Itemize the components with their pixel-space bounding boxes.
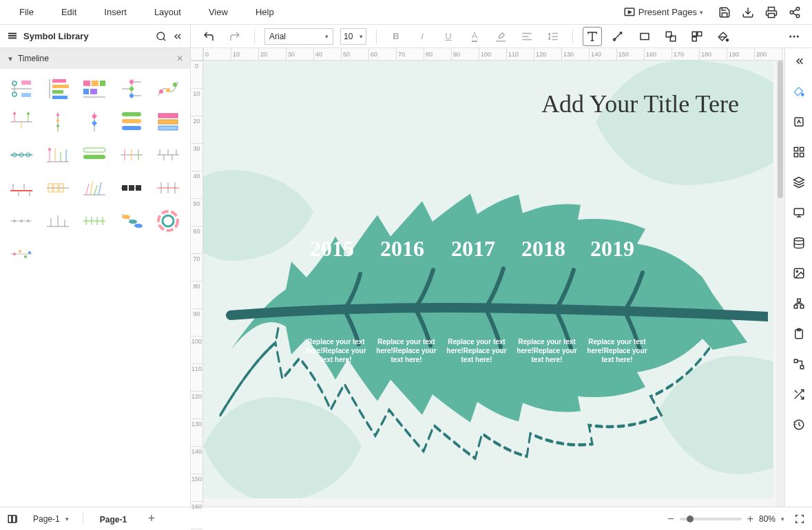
download-button[interactable] — [736, 6, 760, 19]
shape-thumb[interactable] — [116, 173, 147, 202]
vertical-scrollbar[interactable] — [776, 61, 784, 507]
shape-thumb[interactable] — [6, 206, 37, 235]
layers-panel-button[interactable] — [789, 172, 809, 193]
menu-help[interactable]: Help — [242, 1, 288, 23]
menu-layout[interactable]: Layout — [140, 1, 195, 23]
font-color-button[interactable]: A — [465, 27, 484, 46]
fill-panel-button[interactable] — [789, 81, 809, 102]
shape-thumb[interactable] — [42, 107, 74, 136]
menu-file[interactable]: File — [6, 1, 48, 23]
shape-thumb[interactable] — [79, 74, 110, 103]
shape-thumb[interactable] — [79, 107, 110, 136]
year-label[interactable]: 2016 — [380, 236, 424, 262]
year-description[interactable]: Replace your text here!Replace your text… — [446, 337, 508, 364]
shape-thumb[interactable] — [152, 206, 184, 235]
shape-thumb[interactable] — [6, 173, 37, 202]
shape-thumb[interactable] — [116, 74, 147, 103]
zoom-in-button[interactable]: + — [747, 513, 753, 525]
shape-thumb[interactable] — [116, 107, 147, 136]
redo-button[interactable] — [225, 27, 244, 46]
category-header-timeline[interactable]: ▼ Timeline ✕ — [0, 48, 190, 69]
connector-button[interactable] — [609, 27, 628, 46]
add-page-button[interactable]: + — [143, 511, 160, 527]
shape-thumb[interactable] — [6, 240, 37, 268]
leaf-timeline-shape[interactable] — [210, 136, 768, 494]
statusbar: Page-1▾ Page-1 + − + 80%▾ — [0, 507, 812, 530]
shape-thumb[interactable] — [116, 206, 147, 235]
image-panel-button[interactable] — [789, 263, 809, 284]
shape-thumb[interactable] — [152, 173, 184, 202]
shape-thumb[interactable] — [79, 206, 110, 235]
zoom-level[interactable]: 80% — [759, 514, 775, 524]
presentation-panel-button[interactable] — [789, 202, 809, 223]
more-button[interactable] — [784, 27, 804, 46]
data-panel-button[interactable] — [789, 233, 809, 253]
page-tab[interactable]: Page-1 — [90, 509, 136, 529]
line-spacing-button[interactable] — [543, 27, 563, 46]
svg-point-3 — [796, 7, 800, 10]
shape-thumb[interactable] — [116, 140, 147, 169]
arrange-button[interactable] — [661, 27, 680, 46]
present-pages-button[interactable]: Present Pages ▾ — [618, 6, 709, 19]
group-button[interactable] — [687, 27, 707, 46]
share-button[interactable] — [783, 6, 806, 19]
font-size-select[interactable]: 10▾ — [340, 28, 366, 45]
bold-button[interactable]: B — [386, 27, 406, 46]
shape-thumb[interactable] — [42, 173, 74, 202]
year-description[interactable]: Replace your text here!Replace your text… — [305, 337, 367, 364]
shape-thumb[interactable] — [152, 107, 184, 136]
zoom-slider[interactable] — [680, 518, 742, 520]
shuffle-panel-button[interactable] — [789, 384, 809, 405]
menu-view[interactable]: View — [195, 1, 242, 23]
shape-thumb[interactable] — [79, 173, 110, 202]
pages-icon[interactable] — [7, 513, 19, 525]
zoom-out-button[interactable]: − — [667, 513, 674, 525]
save-button[interactable] — [713, 6, 736, 19]
grid-panel-button[interactable] — [789, 142, 809, 162]
fill-button[interactable] — [714, 27, 733, 46]
year-label[interactable]: 2017 — [451, 236, 495, 262]
page-title[interactable]: Add Your Title Tere — [541, 89, 739, 118]
print-button[interactable] — [760, 6, 783, 19]
collapse-sidebar-icon[interactable] — [172, 31, 183, 42]
year-description[interactable]: Replace your text here!Replace your text… — [375, 337, 437, 364]
shape-thumb[interactable] — [152, 74, 184, 103]
align-button[interactable] — [517, 27, 537, 46]
shape-thumb[interactable] — [6, 74, 37, 103]
menu-edit[interactable]: Edit — [48, 1, 90, 23]
shape-thumb[interactable] — [6, 107, 37, 136]
clipboard-panel-button[interactable] — [789, 324, 809, 344]
hierarchy-panel-button[interactable] — [789, 293, 809, 314]
fullscreen-icon[interactable] — [794, 513, 805, 524]
shape-thumb[interactable] — [42, 74, 74, 103]
year-description[interactable]: Replace your text here!Replace your text… — [516, 337, 578, 364]
year-label[interactable]: 2018 — [521, 236, 565, 262]
svg-point-157 — [794, 238, 804, 242]
link-panel-button[interactable] — [789, 354, 809, 374]
svg-line-114 — [98, 182, 101, 195]
year-description[interactable]: Replace your text here!Replace your text… — [586, 337, 648, 364]
page-canvas[interactable]: Add Your Title Tere — [203, 61, 773, 498]
page-select[interactable]: Page-1▾ — [26, 514, 76, 524]
year-label[interactable]: 2015 — [310, 236, 354, 262]
highlight-button[interactable] — [491, 27, 510, 46]
shape-thumb[interactable] — [79, 140, 110, 169]
shape-thumb[interactable] — [152, 140, 184, 169]
underline-button[interactable]: U — [439, 27, 458, 46]
shape-thumb[interactable] — [42, 206, 74, 235]
shape-panel-button[interactable] — [789, 112, 809, 132]
expand-right-panel-button[interactable] — [789, 51, 809, 72]
menu-insert[interactable]: Insert — [90, 1, 140, 23]
undo-button[interactable] — [199, 27, 218, 46]
shape-outline-button[interactable] — [635, 27, 654, 46]
shape-thumb[interactable] — [6, 140, 37, 169]
search-icon[interactable] — [156, 31, 167, 42]
font-family-select[interactable]: Arial▾ — [264, 28, 333, 45]
shape-thumb[interactable] — [42, 140, 74, 169]
history-panel-button[interactable] — [789, 414, 809, 435]
italic-button[interactable]: I — [413, 27, 432, 46]
canvas-viewport[interactable]: Add Your Title Tere — [203, 61, 776, 507]
text-tool-button[interactable] — [583, 27, 602, 46]
year-label[interactable]: 2019 — [590, 236, 634, 262]
close-category-icon[interactable]: ✕ — [176, 54, 183, 63]
